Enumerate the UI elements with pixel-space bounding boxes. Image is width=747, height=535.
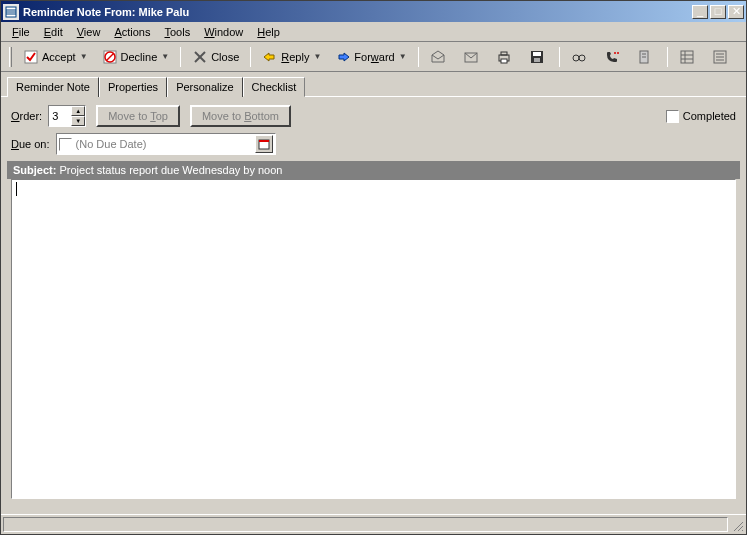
accept-icon (23, 49, 39, 65)
tab-bar: Reminder Note Properties Personalize Che… (1, 72, 746, 96)
close-button[interactable]: Close (186, 46, 245, 68)
toolbar: Accept ▼ Decline ▼ Close Reply ▼ Forward… (1, 42, 746, 72)
order-label: Order: (11, 110, 42, 122)
flag-icon (637, 49, 653, 65)
minimize-button[interactable]: _ (692, 5, 708, 19)
due-date-field[interactable]: (No Due Date) (56, 133, 276, 155)
subject-text: Project status report due Wednesday by n… (59, 164, 282, 176)
move-to-bottom-button[interactable]: Move to Bottom (190, 105, 291, 127)
status-bar (1, 514, 746, 534)
status-panel (3, 517, 728, 532)
due-date-placeholder: (No Due Date) (76, 138, 255, 150)
flag-button[interactable] (631, 46, 662, 68)
menu-view[interactable]: View (70, 24, 108, 40)
accept-label: Accept (42, 51, 76, 63)
calendar-icon (258, 138, 270, 150)
order-spinner: ▲ ▼ (71, 106, 85, 126)
forward-button[interactable]: Forward ▼ (329, 46, 412, 68)
menu-file[interactable]: File (5, 24, 37, 40)
toolbar-separator (418, 47, 419, 67)
order-input[interactable] (49, 106, 71, 126)
window-title: Reminder Note From: Mike Palu (23, 6, 690, 18)
completed-checkbox[interactable] (666, 110, 679, 123)
order-down-button[interactable]: ▼ (71, 116, 85, 126)
text-cursor (16, 182, 17, 196)
toolbar-separator (180, 47, 181, 67)
svg-rect-15 (533, 52, 541, 56)
view2-button[interactable] (706, 46, 737, 68)
phone-button[interactable] (598, 46, 629, 68)
maximize-button[interactable]: □ (710, 5, 726, 19)
menu-bar: File Edit View Actions Tools Window Help (1, 22, 746, 42)
subject-label: Subject: (13, 164, 56, 176)
read-button[interactable] (457, 46, 488, 68)
toolbar-separator (667, 47, 668, 67)
app-icon (3, 4, 19, 20)
menu-tools[interactable]: Tools (157, 24, 197, 40)
menu-help[interactable]: Help (250, 24, 287, 40)
calendar-button[interactable] (255, 135, 273, 153)
svg-point-21 (617, 52, 619, 54)
decline-button[interactable]: Decline ▼ (96, 46, 176, 68)
forward-icon (335, 49, 351, 65)
print-button[interactable] (490, 46, 521, 68)
envelope-open-icon (430, 49, 446, 65)
reply-button[interactable]: Reply ▼ (256, 46, 327, 68)
glasses-icon (571, 49, 587, 65)
tab-personalize[interactable]: Personalize (167, 77, 242, 97)
menu-window[interactable]: Window (197, 24, 250, 40)
reply-icon (262, 49, 278, 65)
decline-label: Decline (121, 51, 158, 63)
close-icon (192, 49, 208, 65)
read-later-button[interactable] (424, 46, 455, 68)
envelope-icon (463, 49, 479, 65)
svg-line-38 (734, 522, 743, 531)
order-input-wrapper: ▲ ▼ (48, 105, 86, 127)
close-window-button[interactable]: ✕ (728, 5, 744, 19)
decline-dropdown-icon[interactable]: ▼ (161, 52, 169, 61)
list-icon (712, 49, 728, 65)
menu-edit[interactable]: Edit (37, 24, 70, 40)
resize-grip[interactable] (730, 515, 746, 534)
svg-rect-25 (681, 51, 693, 63)
accept-dropdown-icon[interactable]: ▼ (80, 52, 88, 61)
svg-line-40 (742, 530, 743, 531)
save-icon (529, 49, 545, 65)
forward-label: Forward (354, 51, 394, 63)
toolbar-separator (559, 47, 560, 67)
forward-dropdown-icon[interactable]: ▼ (399, 52, 407, 61)
title-bar: Reminder Note From: Mike Palu _ □ ✕ (1, 1, 746, 22)
move-to-top-button[interactable]: Move to Top (96, 105, 180, 127)
svg-point-18 (579, 55, 585, 61)
tab-properties[interactable]: Properties (99, 77, 167, 97)
tab-reminder-note[interactable]: Reminder Note (7, 77, 99, 97)
view1-button[interactable] (673, 46, 704, 68)
svg-rect-12 (501, 52, 507, 55)
order-up-button[interactable]: ▲ (71, 106, 85, 116)
svg-point-17 (573, 55, 579, 61)
glasses-button[interactable] (565, 46, 596, 68)
reply-label: Reply (281, 51, 309, 63)
checklist-panel: Order: ▲ ▼ Move to Top Move to Bottom Co… (1, 96, 746, 507)
accept-button[interactable]: Accept ▼ (17, 46, 94, 68)
toolbar-handle[interactable] (9, 47, 12, 67)
svg-point-20 (614, 52, 616, 54)
completed-label: Completed (683, 110, 736, 122)
tab-checklist[interactable]: Checklist (243, 77, 306, 97)
reply-dropdown-icon[interactable]: ▼ (313, 52, 321, 61)
close-label: Close (211, 51, 239, 63)
print-icon (496, 49, 512, 65)
svg-rect-16 (534, 58, 540, 62)
phone-icon (604, 49, 620, 65)
note-editor[interactable] (11, 179, 736, 499)
save-button[interactable] (523, 46, 554, 68)
due-date-checkbox[interactable] (59, 138, 72, 151)
svg-rect-13 (501, 59, 507, 63)
due-on-label: Due on: (11, 138, 50, 150)
menu-actions[interactable]: Actions (107, 24, 157, 40)
toolbar-separator (250, 47, 251, 67)
grid-icon (679, 49, 695, 65)
decline-icon (102, 49, 118, 65)
subject-bar: Subject: Project status report due Wedne… (7, 161, 740, 179)
svg-rect-34 (259, 140, 269, 142)
